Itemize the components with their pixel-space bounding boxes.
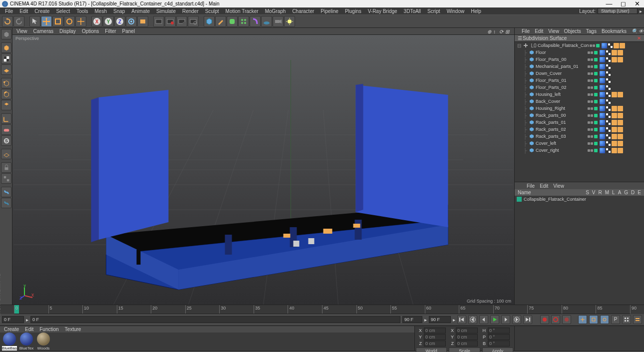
move-tool[interactable] [41, 16, 52, 27]
record-button[interactable] [540, 315, 549, 324]
close-button[interactable]: ✕ [632, 0, 642, 7]
menu-character[interactable]: Character [289, 8, 317, 14]
stepper-icon-2[interactable]: ▸ [424, 317, 427, 323]
undo-button[interactable] [2, 16, 13, 27]
tree-row-root[interactable]: ⊟L0Collapsible_Flatrack_Container [515, 42, 644, 49]
view-nav-icon-3[interactable]: ⟳ [499, 29, 504, 34]
view-menu-panel[interactable]: Panel [122, 28, 135, 34]
camera-button[interactable] [273, 16, 284, 27]
live-select-tool[interactable] [29, 16, 40, 27]
h-rot-field[interactable] [488, 328, 510, 334]
menu-tools[interactable]: Tools [73, 8, 91, 14]
subdiv-surface-button[interactable] [227, 16, 238, 27]
goto-end-button[interactable] [523, 315, 532, 324]
z-axis-lock[interactable]: Z [114, 16, 125, 27]
p-rot-field[interactable] [488, 334, 510, 340]
render-settings-button[interactable] [188, 16, 199, 27]
script-button[interactable] [1, 198, 11, 208]
stepper-icon-3[interactable]: ▸ [453, 317, 455, 323]
cube-primitive-button[interactable] [204, 16, 215, 27]
tree-row[interactable]: ├Rack_parts_00 [515, 112, 644, 119]
stepper-icon[interactable]: ▸ [26, 317, 28, 323]
edge-mode[interactable] [1, 89, 11, 99]
model-mode[interactable] [1, 42, 11, 53]
obj-menu-objects[interactable]: Objects [564, 28, 581, 34]
attr-menu-edit[interactable]: Edit [540, 183, 548, 189]
play-button[interactable] [490, 315, 499, 324]
view-nav-icon-1[interactable]: ⊕ [487, 29, 492, 34]
world-selector[interactable]: World [416, 348, 447, 352]
last-tool[interactable] [75, 16, 86, 27]
z-pos-field[interactable] [424, 341, 446, 347]
menu-3dtoall[interactable]: 3DToAll [401, 8, 424, 14]
material-woods[interactable]: Woods [36, 333, 51, 351]
tree-row[interactable]: ├Housing_left [515, 91, 644, 98]
key-scale-button[interactable] [589, 315, 598, 324]
viewport-solo-button[interactable] [1, 124, 11, 135]
point-mode[interactable] [1, 78, 11, 88]
view-menu-display[interactable]: Display [59, 28, 76, 34]
view-nav-icon-2[interactable]: ↕ [493, 29, 498, 34]
array-button[interactable] [238, 16, 249, 27]
view-menu-options[interactable]: Options [82, 28, 99, 34]
viewport[interactable]: Perspective [12, 35, 514, 305]
key-pla-button[interactable] [622, 315, 631, 324]
view-menu-filter[interactable]: Filter [105, 28, 116, 34]
redo-button[interactable] [13, 16, 24, 27]
tree-row[interactable]: ├Down_Cover [515, 70, 644, 77]
key-param-button[interactable]: P [611, 315, 620, 324]
bend-deformer-button[interactable] [250, 16, 261, 27]
rotate-tool[interactable] [64, 16, 75, 27]
next-frame-button[interactable] [501, 315, 510, 324]
mat-menu-edit[interactable]: Edit [25, 327, 33, 332]
layout-selector[interactable]: Startup (User) [598, 8, 638, 14]
x-axis-lock[interactable]: X [91, 16, 102, 27]
next-key-button[interactable] [512, 315, 521, 324]
view-nav-icon-4[interactable]: ⊞ [505, 29, 510, 34]
tree-row[interactable]: ├Floor [515, 49, 644, 56]
prev-frame-button[interactable] [479, 315, 488, 324]
tree-row[interactable]: ├Rack_parts_03 [515, 133, 644, 140]
attr-item-row[interactable]: Collapsible_Flatrack_Container [515, 196, 644, 203]
z-size-field[interactable] [456, 341, 478, 347]
snap-button[interactable]: S [1, 135, 11, 146]
x-pos-field[interactable] [424, 328, 446, 334]
menu-simulate[interactable]: Simulate [153, 8, 179, 14]
menu-select[interactable]: Select [53, 8, 73, 14]
eye-icon[interactable]: 👁 [639, 28, 644, 34]
prev-key-button[interactable] [468, 315, 477, 324]
material-list[interactable]: BlueBasBlueTexWoods [0, 333, 414, 351]
render-picture-viewer-button[interactable] [176, 16, 187, 27]
apply-button[interactable]: Apply [482, 348, 513, 352]
menu-render[interactable]: Render [179, 8, 202, 14]
mat-menu-texture[interactable]: Texture [65, 327, 81, 332]
tree-row[interactable]: ├Rack_parts_02 [515, 126, 644, 133]
tree-row[interactable]: ├Floor_Parts_01 [515, 77, 644, 84]
scale-tool[interactable] [52, 16, 63, 27]
obj-menu-file[interactable]: File [522, 28, 530, 34]
workplane-button[interactable] [1, 149, 11, 159]
key-pos-button[interactable] [578, 315, 587, 324]
pen-tool-button[interactable] [215, 16, 226, 27]
material-bluetex[interactable]: BlueTex [19, 333, 34, 351]
menu-sculpt[interactable]: Sculpt [202, 8, 222, 14]
tree-row[interactable]: ├Housing_Right [515, 105, 644, 112]
menu-help[interactable]: Help [468, 8, 484, 14]
workplane-mode[interactable] [1, 64, 11, 75]
key-options-button[interactable] [633, 315, 642, 324]
tree-row[interactable]: ├Back_Cover [515, 98, 644, 105]
y-size-field[interactable] [456, 334, 478, 340]
expand-icon[interactable]: ⊟ [517, 43, 522, 48]
render-view-button[interactable] [153, 16, 164, 27]
obj-menu-view[interactable]: View [548, 28, 559, 34]
menu-script[interactable]: Script [424, 8, 443, 14]
make-editable-button[interactable] [137, 16, 148, 27]
texture-mode[interactable] [1, 53, 11, 64]
close-panel-icon[interactable]: ✕ [637, 35, 641, 41]
obj-menu-tags[interactable]: Tags [586, 28, 597, 34]
start-frame-field[interactable] [2, 316, 24, 323]
tree-row[interactable]: ├Floor_Parts_00 [515, 56, 644, 63]
material-bluebas[interactable]: BlueBas [2, 333, 17, 351]
menu-edit[interactable]: Edit [16, 8, 31, 14]
render-region-button[interactable] [165, 16, 176, 27]
